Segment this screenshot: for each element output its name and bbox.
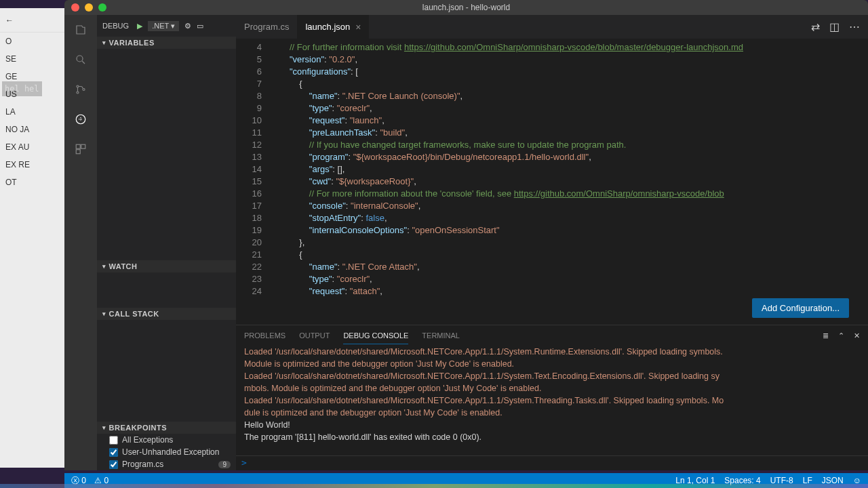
breakpoint-checkbox[interactable] [109,448,118,457]
breakpoint-item[interactable]: Program.cs9 [97,458,236,470]
minimize-window-icon[interactable] [85,3,93,12]
breakpoints-section[interactable]: BREAKPOINTS [97,422,236,434]
svg-rect-6 [81,144,85,148]
close-panel-icon[interactable]: ✕ [854,331,860,340]
watch-section[interactable]: WATCH [97,260,236,272]
explorer-icon[interactable] [73,22,89,38]
start-debug-icon[interactable]: ▶ [137,22,142,30]
debug-toolbar: DEBUG ▶ .NET ▾ ⚙ ▭ [97,15,236,37]
panel-tab-debug-console[interactable]: DEBUG CONSOLE [343,327,408,344]
svg-point-0 [77,56,83,62]
callstack-section[interactable]: CALL STACK [97,308,236,320]
breakpoint-item[interactable]: User-Unhandled Exception [97,446,236,458]
close-window-icon[interactable] [71,3,79,12]
titlebar[interactable]: launch.json - hello-world [64,0,868,15]
panel-tab-output[interactable]: OUTPUT [299,327,330,344]
debug-icon[interactable] [73,111,89,127]
panel-tab-terminal[interactable]: TERMINAL [422,327,460,344]
git-icon[interactable] [73,81,89,98]
code-editor[interactable]: 456789101112131415161718192021222324 // … [236,39,868,325]
breakpoint-item[interactable]: All Exceptions [97,434,236,446]
editor-area: Program.cslaunch.json× ⇄ ◫ ⋯ 45678910111… [236,15,868,470]
bottom-panel: PROBLEMSOUTPUTDEBUG CONSOLETERMINAL ≣ ⌃ … [236,325,868,470]
svg-rect-5 [76,144,80,148]
extensions-icon[interactable] [73,141,89,157]
more-actions-icon[interactable]: ⋯ [849,20,860,33]
macos-dock [0,484,868,488]
panel-tab-problems[interactable]: PROBLEMS [244,327,285,344]
breakpoint-checkbox[interactable] [109,460,118,469]
compare-changes-icon[interactable]: ⇄ [811,20,820,33]
breakpoint-badge: 9 [218,461,231,468]
svg-point-2 [77,92,79,94]
tab-program-cs[interactable]: Program.cs [236,15,297,39]
collapse-icon[interactable]: ⌃ [838,331,844,340]
svg-point-1 [77,85,79,87]
debug-config-dropdown[interactable]: .NET ▾ [148,21,179,31]
back-icon[interactable]: ← [5,16,14,25]
split-editor-icon[interactable]: ◫ [829,20,840,33]
search-icon[interactable] [73,52,89,68]
svg-rect-7 [76,150,80,154]
debug-console-input[interactable]: > [236,455,868,470]
window-title: launch.json - hello-world [422,3,510,12]
debug-sidebar: DEBUG ▶ .NET ▾ ⚙ ▭ VARIABLES WATCH CALL … [97,15,236,470]
gear-icon[interactable]: ⚙ [184,22,191,30]
debug-console-toggle-icon[interactable]: ▭ [197,22,203,30]
background-terminal: hel hel [2,81,42,96]
add-configuration-button[interactable]: Add Configuration... [752,298,849,318]
tab-launch-json[interactable]: launch.json× [297,15,369,39]
breakpoint-checkbox[interactable] [109,436,118,445]
activity-bar [64,15,97,470]
debug-label: DEBUG [102,22,129,30]
editor-tabs: Program.cslaunch.json× ⇄ ◫ ⋯ [236,15,868,39]
background-window: ← OSEGEUSLANO JAEX AUEX REOT [0,8,64,468]
filter-icon[interactable]: ≣ [823,331,829,340]
variables-section[interactable]: VARIABLES [97,37,236,49]
debug-console-output[interactable]: Loaded '/usr/local/share/dotnet/shared/M… [236,346,868,455]
svg-point-3 [83,89,85,91]
maximize-window-icon[interactable] [98,3,106,12]
close-tab-icon[interactable]: × [355,22,361,33]
vscode-window: launch.json - hello-world DEBUG ▶ .NET ▾… [64,0,868,470]
